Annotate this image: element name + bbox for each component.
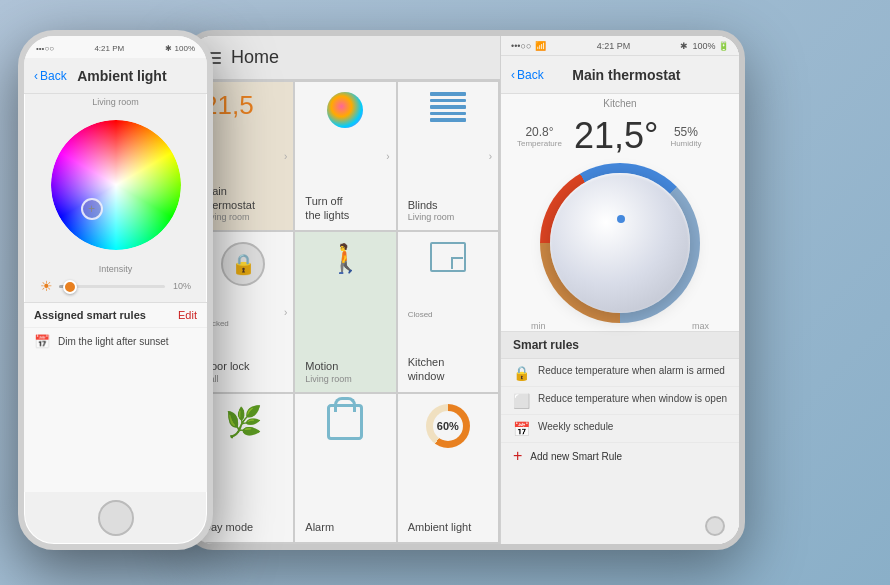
home-header: Home	[191, 36, 500, 80]
window-status: Closed	[408, 310, 433, 319]
leaf-icon: 🌿	[225, 404, 262, 439]
humidity-reading: 55% Humidity	[670, 125, 701, 148]
back-label: Back	[517, 68, 544, 82]
thermo-time: 4:21 PM	[597, 41, 631, 51]
dial-min-label: min	[531, 321, 546, 331]
intensity-section: Intensity ☀ 10%	[24, 260, 207, 302]
grid-cell-alarm[interactable]: Alarm	[295, 394, 395, 542]
iphone-back-button[interactable]: ‹ Back	[34, 69, 67, 83]
home-title: Home	[231, 47, 279, 68]
iphone-rule-sunset: 📅 Dim the light after sunset	[24, 328, 207, 355]
lock-icon: 🔒	[221, 242, 265, 286]
cell-label-alarm: Alarm	[305, 520, 334, 534]
color-wheel[interactable]: +	[51, 120, 181, 250]
motion-icon: 🚶	[328, 242, 363, 275]
smart-rule-schedule: 📅 Weekly schedule	[501, 415, 739, 443]
blinds-icon	[430, 92, 466, 122]
intensity-slider-row: ☀ 10%	[40, 278, 191, 294]
grid-cell-window[interactable]: Closed Kitchenwindow	[398, 232, 498, 392]
smart-rules-title: Smart rules	[501, 332, 739, 359]
temp-main-value: 21,5°	[574, 115, 658, 157]
temp-small-label: Temperature	[517, 139, 562, 148]
intensity-value: 10%	[171, 281, 191, 291]
thermostat-panel: •••○○ 📶 4:21 PM ✱ 100% 🔋 ‹ Back Main the…	[501, 36, 739, 544]
calendar-rule-icon: 📅	[513, 421, 530, 437]
thermostat-dial-container	[501, 165, 739, 321]
iphone-nav: ‹ Back Ambient light	[24, 58, 207, 94]
dial-max-label: max	[692, 321, 709, 331]
thermo-nav: ‹ Back Main thermostat	[501, 56, 739, 94]
orb-icon	[327, 92, 363, 128]
add-rule-label: Add new Smart Rule	[530, 451, 622, 462]
humidity-value: 55%	[674, 125, 698, 139]
ipad-home-button[interactable]	[705, 516, 725, 536]
iphone-nav-title: Ambient light	[67, 68, 177, 84]
cell-label-lights: Turn offthe lights	[305, 194, 349, 223]
smart-rule-window-text: Reduce temperature when window is open	[538, 392, 727, 406]
dial-indicator	[617, 215, 625, 223]
chevron-icon: ›	[284, 307, 287, 318]
ambient-pct: 60%	[433, 411, 463, 441]
home-panel: Home 21,5 Mainthermostat Living room ›	[191, 36, 501, 544]
intensity-label: Intensity	[40, 264, 191, 274]
ambient-circle-icon: 60%	[426, 404, 470, 448]
cell-sublabel-motion: Living room	[305, 374, 352, 384]
iphone-back-label: Back	[40, 69, 67, 83]
iphone-chevron-left: ‹	[34, 69, 38, 83]
iphone-signal-dots: •••○○	[36, 44, 54, 53]
window-icon	[430, 242, 466, 272]
color-wheel-handle[interactable]: +	[81, 198, 103, 220]
thermo-statusbar: •••○○ 📶 4:21 PM ✱ 100% 🔋	[501, 36, 739, 56]
iphone-rule-sunset-text: Dim the light after sunset	[58, 336, 169, 347]
grid-cell-ambient[interactable]: 60% Ambient light	[398, 394, 498, 542]
brightness-icon: ☀	[40, 278, 53, 294]
iphone-battery: 100%	[175, 44, 195, 53]
cell-label-blinds: Blinds	[408, 198, 455, 212]
grid-cell-blinds[interactable]: Blinds Living room ›	[398, 82, 498, 230]
thermostat-dial[interactable]	[550, 173, 690, 313]
intensity-track[interactable]	[59, 285, 165, 288]
cell-label-ambient: Ambient light	[408, 520, 472, 534]
cell-label-motion: Motion	[305, 359, 352, 373]
iphone-calendar-icon: 📅	[34, 334, 50, 349]
iphone-bluetooth-icon: ✱	[165, 44, 172, 53]
temp-small-value: 20.8°	[525, 125, 553, 139]
iphone-home-button[interactable]	[98, 500, 134, 536]
add-smart-rule-button[interactable]: + Add new Smart Rule	[501, 443, 739, 469]
chevron-icon: ›	[489, 151, 492, 162]
home-grid: 21,5 Mainthermostat Living room ›	[191, 80, 500, 544]
thermo-title: Main thermostat	[544, 67, 709, 83]
smart-rule-alarm-text: Reduce temperature when alarm is armed	[538, 364, 725, 378]
lock-rule-icon: 🔒	[513, 365, 530, 381]
smart-rule-window: ⬜ Reduce temperature when window is open	[501, 387, 739, 415]
chevron-icon: ›	[386, 151, 389, 162]
iphone-statusbar: •••○○ 4:21 PM ✱ 100%	[24, 36, 207, 58]
ipad-device: Home 21,5 Mainthermostat Living room ›	[185, 30, 745, 550]
cell-label-window: Kitchenwindow	[408, 355, 445, 384]
chevron-icon: ›	[284, 151, 287, 162]
thermo-back-button[interactable]: ‹ Back	[511, 68, 544, 82]
chevron-left-icon: ‹	[511, 68, 515, 82]
ipad-screen: Home 21,5 Mainthermostat Living room ›	[191, 36, 739, 544]
iphone-smart-rules: Assigned smart rules Edit 📅 Dim the ligh…	[24, 302, 207, 492]
cell-sublabel-blinds: Living room	[408, 212, 455, 222]
thermo-room: Kitchen	[501, 94, 739, 111]
iphone-edit-button[interactable]: Edit	[178, 309, 197, 321]
battery-label: 100% 🔋	[692, 41, 729, 51]
intensity-thumb[interactable]	[63, 280, 77, 294]
iphone-smart-rules-title: Assigned smart rules	[34, 309, 146, 321]
bluetooth-icon: ✱	[680, 41, 688, 51]
iphone-smart-rules-header: Assigned smart rules Edit	[24, 303, 207, 328]
humidity-label: Humidity	[670, 139, 701, 148]
grid-cell-motion[interactable]: 🚶 Motion Living room	[295, 232, 395, 392]
smart-rule-alarm: 🔒 Reduce temperature when alarm is armed	[501, 359, 739, 387]
iphone-time: 4:21 PM	[94, 44, 124, 53]
wifi-icon: 📶	[535, 41, 546, 51]
smart-rule-schedule-text: Weekly schedule	[538, 420, 613, 434]
grid-cell-lights[interactable]: Turn offthe lights ›	[295, 82, 395, 230]
iphone-room-label: Living room	[24, 94, 207, 110]
alarm-lock-icon	[327, 404, 363, 440]
window-rule-icon: ⬜	[513, 393, 530, 409]
add-icon: +	[513, 448, 522, 464]
thermo-readings: 20.8° Temperature 21,5° 55% Humidity	[501, 111, 739, 165]
